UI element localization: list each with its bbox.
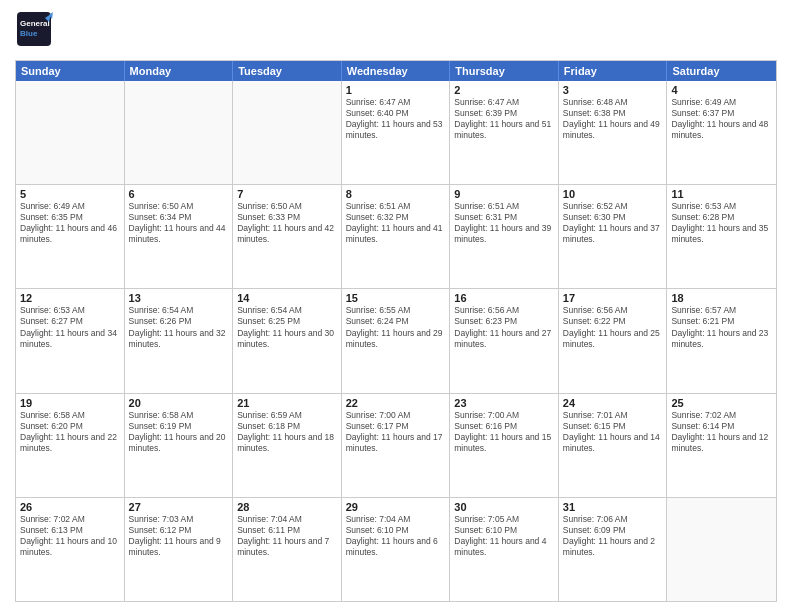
calendar-cell: 2Sunrise: 6:47 AMSunset: 6:39 PMDaylight… xyxy=(450,81,559,184)
calendar-cell: 12Sunrise: 6:53 AMSunset: 6:27 PMDayligh… xyxy=(16,289,125,392)
cell-date: 14 xyxy=(237,292,337,304)
cell-date: 15 xyxy=(346,292,446,304)
day-header-sunday: Sunday xyxy=(16,61,125,81)
calendar-cell: 14Sunrise: 6:54 AMSunset: 6:25 PMDayligh… xyxy=(233,289,342,392)
cell-info: Sunrise: 7:00 AMSunset: 6:17 PMDaylight:… xyxy=(346,410,446,454)
calendar-cell: 28Sunrise: 7:04 AMSunset: 6:11 PMDayligh… xyxy=(233,498,342,601)
cell-date: 27 xyxy=(129,501,229,513)
calendar-cell: 20Sunrise: 6:58 AMSunset: 6:19 PMDayligh… xyxy=(125,394,234,497)
cell-date: 23 xyxy=(454,397,554,409)
cell-info: Sunrise: 6:58 AMSunset: 6:19 PMDaylight:… xyxy=(129,410,229,454)
cell-info: Sunrise: 7:03 AMSunset: 6:12 PMDaylight:… xyxy=(129,514,229,558)
cell-date: 17 xyxy=(563,292,663,304)
cell-date: 29 xyxy=(346,501,446,513)
header: General Blue xyxy=(15,10,777,52)
calendar-row-0: 1Sunrise: 6:47 AMSunset: 6:40 PMDaylight… xyxy=(16,81,776,185)
cell-info: Sunrise: 6:58 AMSunset: 6:20 PMDaylight:… xyxy=(20,410,120,454)
calendar-cell: 26Sunrise: 7:02 AMSunset: 6:13 PMDayligh… xyxy=(16,498,125,601)
calendar-body: 1Sunrise: 6:47 AMSunset: 6:40 PMDaylight… xyxy=(16,81,776,601)
calendar-cell: 27Sunrise: 7:03 AMSunset: 6:12 PMDayligh… xyxy=(125,498,234,601)
logo-icon: General Blue xyxy=(15,10,53,52)
cell-info: Sunrise: 6:51 AMSunset: 6:31 PMDaylight:… xyxy=(454,201,554,245)
cell-info: Sunrise: 6:57 AMSunset: 6:21 PMDaylight:… xyxy=(671,305,772,349)
cell-info: Sunrise: 6:56 AMSunset: 6:23 PMDaylight:… xyxy=(454,305,554,349)
cell-date: 31 xyxy=(563,501,663,513)
cell-date: 2 xyxy=(454,84,554,96)
cell-info: Sunrise: 6:47 AMSunset: 6:40 PMDaylight:… xyxy=(346,97,446,141)
cell-date: 21 xyxy=(237,397,337,409)
cell-date: 11 xyxy=(671,188,772,200)
calendar: SundayMondayTuesdayWednesdayThursdayFrid… xyxy=(15,60,777,602)
cell-info: Sunrise: 7:01 AMSunset: 6:15 PMDaylight:… xyxy=(563,410,663,454)
cell-info: Sunrise: 6:59 AMSunset: 6:18 PMDaylight:… xyxy=(237,410,337,454)
calendar-cell: 11Sunrise: 6:53 AMSunset: 6:28 PMDayligh… xyxy=(667,185,776,288)
cell-date: 18 xyxy=(671,292,772,304)
calendar-cell: 29Sunrise: 7:04 AMSunset: 6:10 PMDayligh… xyxy=(342,498,451,601)
calendar-cell xyxy=(233,81,342,184)
cell-info: Sunrise: 6:54 AMSunset: 6:25 PMDaylight:… xyxy=(237,305,337,349)
calendar-row-2: 12Sunrise: 6:53 AMSunset: 6:27 PMDayligh… xyxy=(16,289,776,393)
cell-date: 20 xyxy=(129,397,229,409)
cell-date: 7 xyxy=(237,188,337,200)
day-header-friday: Friday xyxy=(559,61,668,81)
cell-date: 9 xyxy=(454,188,554,200)
day-header-tuesday: Tuesday xyxy=(233,61,342,81)
cell-info: Sunrise: 6:50 AMSunset: 6:33 PMDaylight:… xyxy=(237,201,337,245)
cell-date: 10 xyxy=(563,188,663,200)
cell-info: Sunrise: 6:54 AMSunset: 6:26 PMDaylight:… xyxy=(129,305,229,349)
calendar-cell: 25Sunrise: 7:02 AMSunset: 6:14 PMDayligh… xyxy=(667,394,776,497)
cell-date: 24 xyxy=(563,397,663,409)
cell-date: 3 xyxy=(563,84,663,96)
cell-date: 4 xyxy=(671,84,772,96)
cell-date: 5 xyxy=(20,188,120,200)
day-header-saturday: Saturday xyxy=(667,61,776,81)
cell-date: 30 xyxy=(454,501,554,513)
calendar-cell xyxy=(667,498,776,601)
calendar-row-1: 5Sunrise: 6:49 AMSunset: 6:35 PMDaylight… xyxy=(16,185,776,289)
day-header-wednesday: Wednesday xyxy=(342,61,451,81)
calendar-cell: 18Sunrise: 6:57 AMSunset: 6:21 PMDayligh… xyxy=(667,289,776,392)
cell-info: Sunrise: 7:06 AMSunset: 6:09 PMDaylight:… xyxy=(563,514,663,558)
svg-text:Blue: Blue xyxy=(20,29,38,38)
cell-info: Sunrise: 6:49 AMSunset: 6:35 PMDaylight:… xyxy=(20,201,120,245)
calendar-cell: 21Sunrise: 6:59 AMSunset: 6:18 PMDayligh… xyxy=(233,394,342,497)
cell-date: 19 xyxy=(20,397,120,409)
calendar-cell: 17Sunrise: 6:56 AMSunset: 6:22 PMDayligh… xyxy=(559,289,668,392)
cell-info: Sunrise: 6:47 AMSunset: 6:39 PMDaylight:… xyxy=(454,97,554,141)
cell-date: 12 xyxy=(20,292,120,304)
cell-info: Sunrise: 7:04 AMSunset: 6:11 PMDaylight:… xyxy=(237,514,337,558)
cell-info: Sunrise: 6:51 AMSunset: 6:32 PMDaylight:… xyxy=(346,201,446,245)
cell-info: Sunrise: 6:53 AMSunset: 6:27 PMDaylight:… xyxy=(20,305,120,349)
cell-info: Sunrise: 6:56 AMSunset: 6:22 PMDaylight:… xyxy=(563,305,663,349)
cell-date: 26 xyxy=(20,501,120,513)
cell-info: Sunrise: 6:49 AMSunset: 6:37 PMDaylight:… xyxy=(671,97,772,141)
calendar-row-4: 26Sunrise: 7:02 AMSunset: 6:13 PMDayligh… xyxy=(16,498,776,601)
calendar-cell: 8Sunrise: 6:51 AMSunset: 6:32 PMDaylight… xyxy=(342,185,451,288)
cell-info: Sunrise: 7:00 AMSunset: 6:16 PMDaylight:… xyxy=(454,410,554,454)
cell-info: Sunrise: 6:50 AMSunset: 6:34 PMDaylight:… xyxy=(129,201,229,245)
calendar-cell: 16Sunrise: 6:56 AMSunset: 6:23 PMDayligh… xyxy=(450,289,559,392)
calendar-cell: 4Sunrise: 6:49 AMSunset: 6:37 PMDaylight… xyxy=(667,81,776,184)
cell-date: 6 xyxy=(129,188,229,200)
calendar-cell xyxy=(16,81,125,184)
calendar-cell: 22Sunrise: 7:00 AMSunset: 6:17 PMDayligh… xyxy=(342,394,451,497)
calendar-cell: 13Sunrise: 6:54 AMSunset: 6:26 PMDayligh… xyxy=(125,289,234,392)
calendar-cell: 23Sunrise: 7:00 AMSunset: 6:16 PMDayligh… xyxy=(450,394,559,497)
calendar-cell: 30Sunrise: 7:05 AMSunset: 6:10 PMDayligh… xyxy=(450,498,559,601)
cell-date: 28 xyxy=(237,501,337,513)
day-header-monday: Monday xyxy=(125,61,234,81)
cell-info: Sunrise: 6:52 AMSunset: 6:30 PMDaylight:… xyxy=(563,201,663,245)
calendar-cell: 31Sunrise: 7:06 AMSunset: 6:09 PMDayligh… xyxy=(559,498,668,601)
cell-info: Sunrise: 6:48 AMSunset: 6:38 PMDaylight:… xyxy=(563,97,663,141)
cell-date: 25 xyxy=(671,397,772,409)
calendar-cell: 5Sunrise: 6:49 AMSunset: 6:35 PMDaylight… xyxy=(16,185,125,288)
calendar-header: SundayMondayTuesdayWednesdayThursdayFrid… xyxy=(16,61,776,81)
cell-info: Sunrise: 6:53 AMSunset: 6:28 PMDaylight:… xyxy=(671,201,772,245)
calendar-cell: 1Sunrise: 6:47 AMSunset: 6:40 PMDaylight… xyxy=(342,81,451,184)
calendar-cell: 24Sunrise: 7:01 AMSunset: 6:15 PMDayligh… xyxy=(559,394,668,497)
cell-info: Sunrise: 7:04 AMSunset: 6:10 PMDaylight:… xyxy=(346,514,446,558)
logo: General Blue xyxy=(15,10,58,52)
cell-date: 8 xyxy=(346,188,446,200)
calendar-cell: 3Sunrise: 6:48 AMSunset: 6:38 PMDaylight… xyxy=(559,81,668,184)
cell-info: Sunrise: 7:02 AMSunset: 6:13 PMDaylight:… xyxy=(20,514,120,558)
